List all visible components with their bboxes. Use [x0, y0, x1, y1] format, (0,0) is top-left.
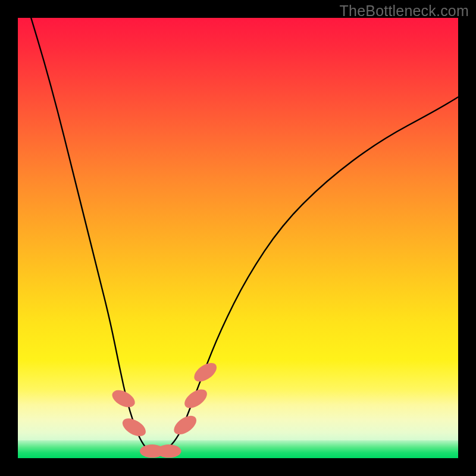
marker-layer: [109, 359, 220, 458]
curve-layer: [18, 18, 458, 458]
curve-marker: [120, 415, 149, 440]
plot-area: [18, 18, 458, 458]
curve-marker: [109, 387, 138, 411]
bottleneck-curve: [31, 18, 458, 453]
watermark-text: TheBottleneck.com: [340, 2, 469, 20]
chart-frame: TheBottleneck.com: [0, 0, 476, 476]
curve-marker: [156, 444, 181, 458]
curve-marker: [191, 359, 220, 386]
curve-marker: [181, 386, 211, 412]
curve-marker: [171, 412, 200, 439]
